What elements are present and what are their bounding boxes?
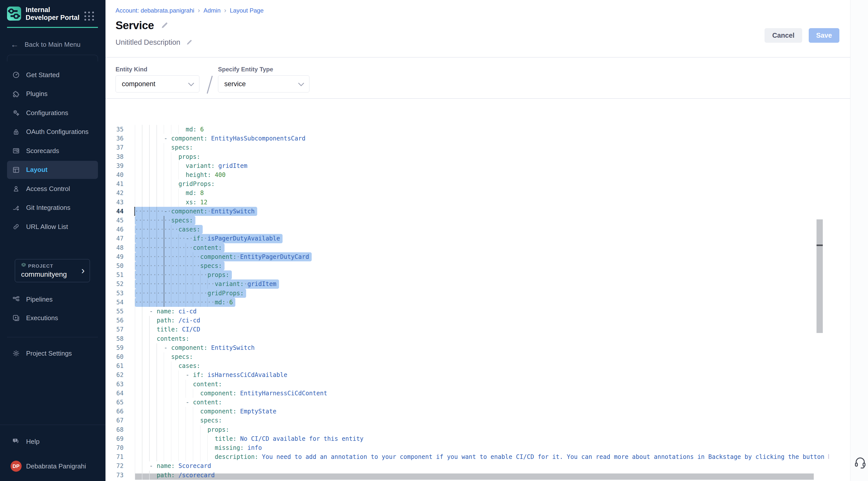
sidebar-item-configurations[interactable]: Configurations <box>7 104 98 122</box>
code-line-51[interactable]: 51····················props: <box>105 270 829 279</box>
support-headset-icon[interactable] <box>854 456 867 469</box>
code-line-73[interactable]: 73 path: /scorecard <box>105 471 829 480</box>
sidebar-item-layout[interactable]: Layout <box>7 161 98 179</box>
indent-guide <box>178 389 179 398</box>
indent-guide <box>142 334 142 343</box>
indent-guide <box>178 443 179 452</box>
indent-guide <box>135 170 135 179</box>
indent-guide <box>142 216 142 225</box>
indent-guide <box>186 380 186 389</box>
code-line-56[interactable]: 56 path: /ci-cd <box>105 316 829 325</box>
code-line-71[interactable]: 71 description: You need to add an annot… <box>105 452 829 461</box>
code-line-60[interactable]: 60 specs: <box>105 352 829 361</box>
sidebar-item-pipelines[interactable]: Pipelines <box>7 290 98 308</box>
user-menu[interactable]: DP Debabrata Panigrahi <box>7 457 98 475</box>
indent-guide <box>193 425 193 434</box>
code-line-49[interactable]: 49··················component:·EntityPag… <box>105 252 829 261</box>
code-line-64[interactable]: 64 component: EntityHarnessCiCdContent <box>105 389 829 398</box>
code-line-35[interactable]: 35 md: 6 <box>105 125 829 134</box>
code-line-57[interactable]: 57 title: CI/CD <box>105 325 829 334</box>
plugins-icon <box>12 90 20 98</box>
code-line-41[interactable]: 41 gridProps: <box>105 179 829 188</box>
line-number: 49 <box>105 252 124 261</box>
code-line-62[interactable]: 62 - if: isHarnessCiCdAvailable <box>105 370 829 380</box>
breadcrumb: Account: debabrata.panigrahi › Admin › L… <box>116 6 264 14</box>
code-line-48[interactable]: 48················content: <box>105 243 829 252</box>
sidebar-item-project-settings[interactable]: Project Settings <box>7 344 98 362</box>
code-line-36[interactable]: 36 - component: EntityHasSubcomponentsCa… <box>105 134 829 143</box>
breadcrumb-admin[interactable]: Admin <box>204 7 220 14</box>
code-line-43[interactable]: 43 xs: 12 <box>105 198 829 207</box>
indent-guide <box>186 452 186 461</box>
chevron-down-icon <box>188 83 194 86</box>
code-line-42[interactable]: 42 md: 8 <box>105 188 829 198</box>
code-line-52[interactable]: 52······················variant:·gridIte… <box>105 279 829 289</box>
sidebar-item-git-integrations[interactable]: Git Integrations <box>7 199 98 217</box>
save-button[interactable]: Save <box>809 28 839 43</box>
code-line-59[interactable]: 59 - component: EntitySwitch <box>105 343 829 352</box>
sidebar-item-oauth-configurations[interactable]: OAuth Configurations <box>7 123 98 141</box>
indent-guide <box>178 279 179 289</box>
code-line-45[interactable]: 45··········specs: <box>105 216 829 225</box>
code-text: ··················component:·EntityPager… <box>135 252 312 261</box>
indent-guide <box>142 188 142 198</box>
code-line-69[interactable]: 69 title: No CI/CD available for this en… <box>105 434 829 443</box>
sidebar-item-url-allow-list[interactable]: URL Allow List <box>7 218 98 236</box>
indent-guide <box>164 407 164 416</box>
code-line-54[interactable]: 54······················md:·6 <box>105 298 829 307</box>
sidebar-item-plugins[interactable]: Plugins <box>7 85 98 103</box>
indent-guide <box>178 270 179 279</box>
app-switcher-icon[interactable] <box>84 11 94 21</box>
code-line-39[interactable]: 39 variant: gridItem <box>105 161 829 170</box>
code-line-55[interactable]: 55 - name: ci-cd <box>105 307 829 316</box>
code-line-37[interactable]: 37 specs: <box>105 143 829 152</box>
entity-kind-select[interactable]: component <box>116 76 199 92</box>
sidebar-item-get-started[interactable]: Get Started <box>7 66 98 84</box>
code-line-63[interactable]: 63 content: <box>105 380 829 389</box>
code-line-70[interactable]: 70 missing: info <box>105 443 829 452</box>
sidebar-item-executions[interactable]: Executions <box>7 309 98 327</box>
code-line-58[interactable]: 58 contents: <box>105 334 829 343</box>
breadcrumb-layout-page[interactable]: Layout Page <box>230 7 264 14</box>
indent-guide <box>142 179 142 188</box>
sidebar-item-access-control[interactable]: Access Control <box>7 180 98 198</box>
indent-guide <box>186 298 186 307</box>
cancel-button[interactable]: Cancel <box>765 28 802 43</box>
code-text: - name: Scorecard <box>135 461 211 471</box>
indent-guide <box>156 425 157 434</box>
code-line-44[interactable]: 44········-·component:·EntitySwitch <box>105 207 829 216</box>
back-to-main-menu[interactable]: ← Back to Main Menu <box>7 38 98 51</box>
project-selector[interactable]: PROJECT communityeng › <box>15 259 90 282</box>
code-line-38[interactable]: 38 props: <box>105 152 829 161</box>
edit-description-icon[interactable] <box>186 39 193 46</box>
sidebar-item-help[interactable]: ? Help <box>7 432 98 451</box>
indent-guide <box>200 279 200 289</box>
breadcrumb-account[interactable]: Account: debabrata.panigrahi <box>116 7 194 14</box>
code-line-72[interactable]: 72 - name: Scorecard <box>105 461 829 471</box>
indent-guide <box>156 289 157 298</box>
indent-guide <box>164 289 164 298</box>
indent-guide <box>193 270 193 279</box>
entity-type-select[interactable]: service <box>218 76 309 92</box>
code-line-61[interactable]: 61 cases: <box>105 361 829 370</box>
code-line-40[interactable]: 40 height: 400 <box>105 170 829 179</box>
indent-guide <box>135 425 135 434</box>
sidebar-item-scorecards[interactable]: Scorecards <box>7 142 98 160</box>
indent-guide <box>135 134 135 143</box>
indent-guide <box>178 234 179 243</box>
code-line-47[interactable]: 47··············-·if:·isPagerDutyAvailab… <box>105 234 829 243</box>
code-line-67[interactable]: 67 specs: <box>105 416 829 425</box>
code-line-46[interactable]: 46············cases: <box>105 225 829 234</box>
indent-guide <box>164 434 164 443</box>
edit-title-icon[interactable] <box>160 21 168 29</box>
code-line-65[interactable]: 65 - content: <box>105 398 829 407</box>
indent-guide <box>156 207 157 216</box>
chevron-separator-icon: › <box>198 6 200 14</box>
code-line-53[interactable]: 53····················gridProps: <box>105 289 829 298</box>
indent-guide <box>135 188 135 198</box>
yaml-code-editor[interactable]: 35 md: 636 - component: EntityHasSubcomp… <box>105 123 829 481</box>
code-line-50[interactable]: 50··················specs: <box>105 261 829 270</box>
code-line-68[interactable]: 68 props: <box>105 425 829 434</box>
code-line-66[interactable]: 66 component: EmptyState <box>105 407 829 416</box>
code-text: - component: EntitySwitch <box>135 343 255 352</box>
